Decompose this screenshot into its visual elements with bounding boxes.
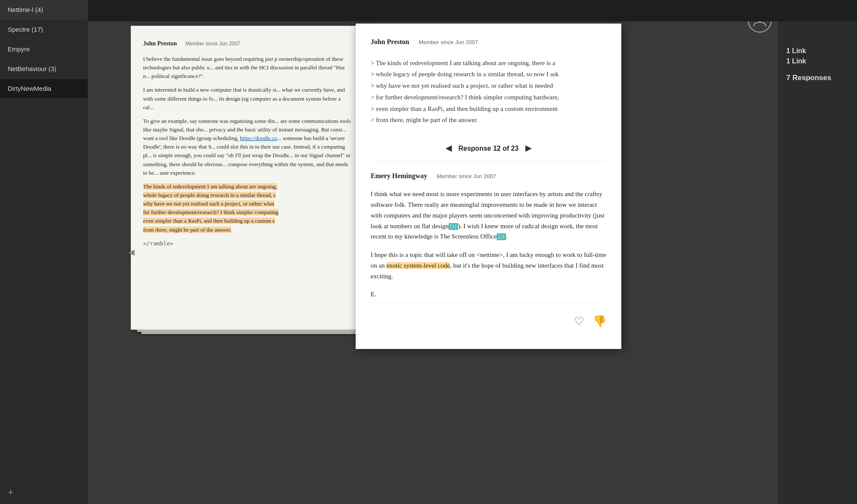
far-right-panel: 1 Link 1 Link 7 Responses — [778, 0, 857, 504]
signature: E. — [371, 289, 606, 299]
sidebar-item-label: NetBehaviour (3) — [8, 65, 56, 72]
sidebar-item-spectre[interactable]: Spectre (17) — [0, 20, 88, 39]
response-label: Response 12 of 23 — [458, 143, 519, 154]
quote-block: > The kinds of redevelopment I am talkin… — [371, 58, 606, 126]
ref-2[interactable]: [2] — [497, 233, 506, 240]
nav-arrow-button[interactable]: ◄ — [126, 246, 137, 258]
paper-stack: John Preston Member since Jun 2007 I bel… — [131, 26, 371, 334]
paper-author-since: Member since Jun 2007 — [186, 40, 240, 48]
quote-line-1: > The kinds of redevelopment I am talkin… — [371, 58, 606, 69]
sidebar-item-label: Nettime-l (4) — [8, 6, 43, 13]
right-author-row: John Preston Member since Jun 2007 — [371, 36, 606, 49]
link-count-2: 1 Link — [786, 57, 831, 65]
paper-paragraph-3: To give an example, say someone was orga… — [143, 117, 352, 177]
like-button[interactable]: ♡ — [574, 313, 584, 331]
paper-main: John Preston Member since Jun 2007 I bel… — [131, 26, 364, 330]
body-text-2: I hope this is a topic that will take of… — [371, 250, 606, 281]
main-area: ◄ John Preston Member since Jun 2007 I b… — [88, 0, 857, 504]
quote-line-6: > from there, might be part of the answe… — [371, 115, 606, 125]
dislike-button[interactable]: 👎 — [593, 313, 606, 331]
paper-paragraph-2: I am interested in build a new computer … — [143, 86, 352, 111]
highlighted-text: The kinds of redevelopment I am talking … — [143, 183, 279, 233]
paper-ramble: </ramble> — [143, 239, 352, 248]
link-count-1: 1 Link — [786, 47, 831, 55]
sidebar: Nettime-l (4) Spectre (17) Empyre NetBeh… — [0, 0, 88, 504]
quote-line-4: > for further development/research? I th… — [371, 92, 606, 103]
next-response-button[interactable]: ▶ — [525, 142, 531, 155]
second-author-name: Emery Hemingway — [371, 170, 427, 182]
response-nav: ◀ Response 12 of 23 ▶ — [371, 136, 606, 161]
paper-paragraph-1: I believe the fundamental issue goes bey… — [143, 55, 352, 81]
second-author-row: Emery Hemingway Member since Jun 2007 — [371, 170, 606, 182]
responses-count: 7 Responses — [786, 74, 831, 82]
panel-footer: ♡ 👎 — [371, 304, 606, 331]
sidebar-item-label: Empyre — [8, 45, 30, 53]
quote-line-5: > even simpler than a RasPi, and then bu… — [371, 104, 606, 114]
sidebar-item-nettime[interactable]: Nettime-l (4) — [0, 0, 88, 20]
sidebar-item-netbehaviour[interactable]: NetBehaviour (3) — [0, 59, 88, 79]
quote-line-3: > why have we not yet realised such a pr… — [371, 81, 606, 91]
body-text-1: I think what we need most is more experi… — [371, 189, 606, 242]
ref-1[interactable]: [1] — [449, 223, 458, 230]
second-author-since: Member since Jun 2007 — [437, 172, 496, 181]
right-panel-author-since: Member since Jun 2007 — [419, 38, 478, 47]
right-panel-author: John Preston — [371, 36, 409, 48]
quote-line-2: > whole legacy of people doing research … — [371, 69, 606, 80]
paper-author-row: John Preston Member since Jun 2007 — [143, 39, 352, 48]
highlighted-phrase: exotic system-level code — [387, 262, 450, 269]
right-panel: John Preston Member since Jun 2007 > The… — [356, 24, 621, 349]
sidebar-item-label: Spectre (17) — [8, 26, 43, 33]
sidebar-item-empyre[interactable]: Empyre — [0, 39, 88, 59]
paper-paragraph-highlighted: The kinds of redevelopment I am talking … — [143, 182, 352, 234]
add-button[interactable]: + — [0, 480, 88, 504]
sidebar-item-dirtynewmedia[interactable]: DirtyNewMedia — [0, 79, 88, 98]
prev-response-button[interactable]: ◀ — [446, 142, 452, 155]
doodle-link[interactable]: https://doodle.co — [240, 135, 277, 141]
paper-author-name: John Preston — [143, 39, 177, 48]
sidebar-item-label: DirtyNewMedia — [8, 85, 51, 92]
